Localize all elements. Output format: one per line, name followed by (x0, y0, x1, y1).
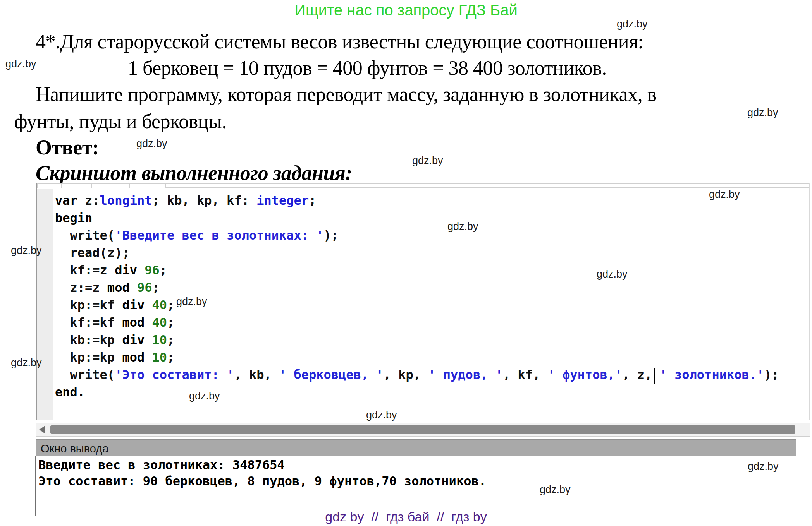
code-line: write('Это составит: ', kb, ' берковцев,… (55, 366, 779, 384)
code-editor[interactable]: var z:longint; kb, kp, kf: integer;begin… (36, 183, 810, 420)
code-text[interactable]: var z:longint; kb, kp, kf: integer;begin… (55, 192, 779, 401)
tab-divider (37, 183, 38, 188)
code-line: z:=z mod 96; (55, 279, 779, 296)
screenshot-caption: Скриншот выполненного задания: (36, 161, 352, 185)
tab-divider (61, 183, 62, 188)
output-line: Введите вес в золотниках: 3487654 (38, 457, 800, 473)
watermark: gdz.by (366, 409, 397, 421)
code-line: kf:=kf mod 40; (55, 314, 779, 331)
text-caret (654, 368, 655, 384)
watermark: gdz.by (11, 245, 42, 257)
watermark: gdz.by (176, 296, 207, 308)
watermark: gdz.by (189, 390, 220, 402)
code-line: kp:=kf div 40; (55, 296, 779, 314)
code-line: write('Введите вес в золотниках: '); (55, 227, 779, 244)
code-line: kp:=kp mod 10; (55, 349, 779, 366)
code-line: end. (55, 384, 779, 401)
scrollbar-left-arrow-icon[interactable] (39, 426, 45, 433)
code-line: kf:=z div 96; (55, 262, 779, 279)
green-header-text: Ищите нас по запросу ГДЗ Бай (294, 2, 518, 19)
watermark: gdz.by (747, 107, 778, 119)
watermark: gdz.by (597, 268, 628, 280)
problem-task-line-1: Напишите программу, которая переводит ма… (36, 83, 657, 106)
scrollbar-thumb[interactable] (50, 425, 795, 434)
watermark: gdz.by (412, 155, 443, 167)
code-line: begin (55, 209, 779, 227)
problem-number-line: 4*.Для старорусской системы весов извест… (36, 30, 643, 53)
code-line: var z:longint; kb, kp, kf: integer; (55, 192, 779, 209)
answer-label: Ответ: (36, 135, 99, 159)
watermark: gdz.by (5, 58, 36, 70)
output-window-title: Окно вывода (41, 442, 108, 455)
watermark: gdz.by (447, 221, 478, 233)
tab-divider (165, 183, 166, 188)
watermark: gdz.by (540, 484, 571, 496)
output-window[interactable]: Введите вес в золотниках: 3487654 Это со… (35, 456, 797, 516)
editor-tab-strip-line (165, 187, 809, 188)
watermark: gdz.by (136, 138, 167, 150)
editor-tab-strip (37, 183, 809, 184)
problem-task-line-2: фунты, пуды и берковцы. (14, 110, 227, 133)
output-window-titlebar: Окно вывода (36, 439, 796, 456)
code-line: read(z); (55, 244, 779, 262)
problem-ratio-line: 1 берковец = 10 пудов = 400 фунтов = 38 … (128, 57, 607, 79)
output-line: Это составит: 90 берковцев, 8 пудов, 9 ф… (38, 473, 800, 489)
horizontal-scrollbar[interactable] (36, 423, 810, 437)
watermark: gdz.by (709, 188, 740, 200)
tab-divider (129, 183, 130, 188)
tab-divider (91, 183, 92, 188)
editor-gutter (37, 189, 53, 420)
watermark: gdz.by (748, 461, 779, 473)
code-line: kb:=kp div 10; (55, 331, 779, 349)
footer-text: gdz by // гдз бай // гдз by (0, 509, 812, 524)
watermark: gdz.by (11, 357, 42, 369)
watermark: gdz.by (617, 18, 648, 30)
